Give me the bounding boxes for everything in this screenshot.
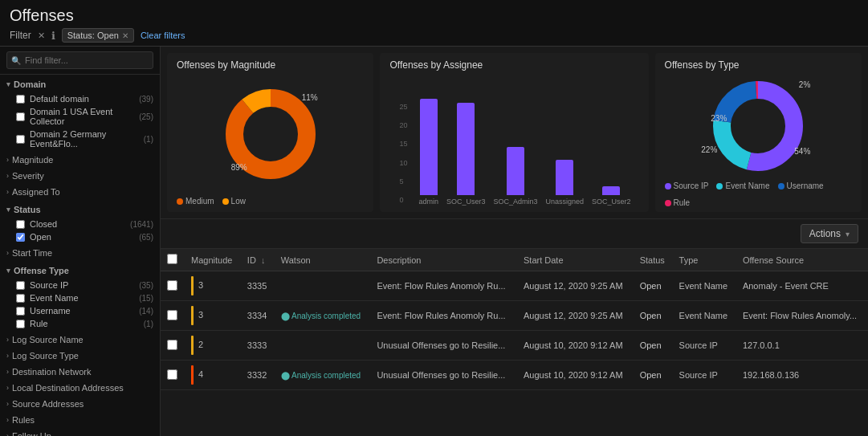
offenses-table: Magnitude ID ↓ Watson Description Start … — [161, 249, 868, 390]
section-label-status: Status — [14, 205, 41, 214]
filter-item-default-domain[interactable]: Default domain (39) — [0, 92, 160, 105]
actions-button[interactable]: Actions ▾ — [801, 224, 858, 243]
magnitude-label-11: 11% — [302, 93, 318, 102]
section-start-time[interactable]: ›Start Time — [0, 245, 160, 261]
select-all-checkbox[interactable] — [167, 254, 177, 264]
checkbox-rule[interactable] — [16, 320, 25, 328]
section-domain: ▾ Domain Default domain (39) Domain 1 US… — [0, 75, 160, 152]
actions-chevron-icon: ▾ — [846, 230, 850, 238]
chart-assignee-title: Offenses by Assignee — [389, 59, 638, 71]
y-label-10: 10 — [399, 159, 407, 167]
row-checkbox-4[interactable] — [167, 369, 177, 380]
bar-label-soc-user2: SOC_User2 — [592, 198, 631, 206]
y-label-15: 15 — [399, 140, 407, 148]
donut-type-wrapper: 2% 22% 23% 54% — [706, 74, 810, 178]
magnitude-bar-3 — [191, 336, 194, 355]
th-status: Status — [634, 249, 673, 271]
checkbox-username[interactable] — [16, 307, 25, 316]
filter-item-closed[interactable]: Closed (1641) — [0, 218, 160, 230]
checkbox-source-ip[interactable] — [16, 281, 25, 290]
chevron-severity: › — [6, 172, 9, 180]
th-checkbox — [161, 249, 185, 271]
section-log-source-name[interactable]: ›Log Source Name — [0, 332, 160, 348]
chevron-assigned-to: › — [6, 188, 9, 196]
count-default-domain: (39) — [139, 95, 153, 104]
td-id-3: 3333 — [241, 331, 275, 361]
filter-item-event-name[interactable]: Event Name (15) — [0, 291, 160, 304]
section-header-status[interactable]: ▾ Status — [0, 202, 160, 218]
checkbox-default-domain[interactable] — [16, 95, 25, 104]
label-domain1: Domain 1 USA Event Collector — [30, 107, 134, 126]
section-rules[interactable]: ›Rules — [0, 412, 160, 428]
filter-item-open[interactable]: Open (65) — [0, 230, 160, 243]
count-rule: (1) — [144, 320, 153, 328]
section-destination-network[interactable]: ›Destination Network — [0, 364, 160, 380]
filter-remove-icon[interactable]: ✕ — [38, 31, 45, 41]
search-input[interactable] — [6, 51, 153, 69]
header: Offenses Filter ✕ ℹ Status: Open ✕ Clear… — [0, 0, 868, 47]
checkbox-closed[interactable] — [16, 220, 25, 229]
watson-badge-2: ⬤ Analysis completed — [281, 312, 361, 320]
chart-type-title: Offenses by Type — [665, 59, 852, 71]
checkbox-event-name[interactable] — [16, 294, 25, 303]
legend-source-ip: Source IP — [665, 181, 709, 190]
chevron-start-time: › — [6, 249, 9, 257]
table-row[interactable]: 3 3334 ⬤ Analysis completed Event: Flow … — [161, 301, 868, 331]
filter-item-domain1[interactable]: Domain 1 USA Event Collector (25) — [0, 105, 160, 128]
section-magnitude[interactable]: ›Magnitude — [0, 152, 160, 168]
legend-rule: Rule — [665, 198, 691, 207]
bar-label-soc-admin3: SOC_Admin3 — [493, 198, 537, 206]
magnitude-bar-2 — [191, 306, 194, 325]
clear-filters-link[interactable]: Clear filters — [141, 31, 185, 40]
checkbox-open[interactable] — [16, 233, 25, 242]
checkbox-domain1[interactable] — [16, 112, 25, 121]
label-domain2: Domain 2 Germany Event&Flo... — [30, 129, 139, 149]
chart-assignee: Offenses by Assignee 0 5 10 15 20 25 adm… — [380, 53, 648, 212]
row-checkbox-2[interactable] — [167, 310, 177, 320]
chart-type: Offenses by Type 2% 22% — [655, 53, 862, 212]
section-assigned-to[interactable]: ›Assigned To — [0, 184, 160, 200]
th-watson: Watson — [275, 249, 371, 271]
filter-item-source-ip[interactable]: Source IP (35) — [0, 279, 160, 291]
row-checkbox-3[interactable] — [167, 340, 177, 350]
section-severity[interactable]: ›Severity — [0, 168, 160, 184]
checkbox-domain2[interactable] — [16, 135, 25, 144]
section-log-source-type[interactable]: ›Log Source Type — [0, 348, 160, 364]
legend-dot-source-ip — [665, 183, 671, 189]
donut-magnitude-wrapper: 89% 11% — [218, 82, 323, 186]
label-source-ip: Source IP — [30, 280, 134, 290]
td-status-3: Open — [634, 331, 673, 361]
filter-tag-close[interactable]: ✕ — [122, 31, 128, 40]
td-start-date-1: August 12, 2020 9:25 AM — [517, 271, 634, 301]
legend-dot-event-name — [716, 183, 723, 189]
section-header-domain[interactable]: ▾ Domain — [0, 76, 160, 92]
filter-item-rule[interactable]: Rule (1) — [0, 317, 160, 330]
th-id[interactable]: ID ↓ — [241, 249, 275, 271]
row-checkbox-1[interactable] — [167, 280, 177, 291]
section-follow-up[interactable]: ›Follow Up — [0, 428, 160, 436]
table-row[interactable]: 2 3333 Unusual Offenses go to Resilie...… — [161, 331, 868, 361]
section-header-offense-type[interactable]: ▾ Offense Type — [0, 263, 160, 279]
filter-item-domain2[interactable]: Domain 2 Germany Event&Flo... (1) — [0, 128, 160, 150]
table-row[interactable]: 3 3335 Event: Flow Rules Anomoly Ru... A… — [161, 271, 868, 301]
bar-soc-admin3: SOC_Admin3 — [493, 147, 537, 206]
page-title: Offenses — [10, 6, 858, 25]
chevron-offense-type: ▾ — [6, 267, 10, 275]
chevron-log-source-type: › — [6, 352, 9, 360]
td-checkbox-4 — [161, 361, 185, 390]
legend-dot-medium — [177, 198, 183, 205]
info-icon[interactable]: ℹ — [51, 30, 55, 42]
chart-magnitude-title: Offenses by Magnitude — [177, 59, 364, 71]
filter-item-username[interactable]: Username (14) — [0, 304, 160, 317]
y-label-0: 0 — [399, 196, 407, 204]
section-local-dest-addr[interactable]: ›Local Destination Addresses — [0, 380, 160, 396]
y-label-5: 5 — [399, 177, 407, 185]
section-source-addresses[interactable]: ›Source Addresses — [0, 396, 160, 412]
count-closed: (1641) — [130, 220, 153, 229]
td-status-4: Open — [634, 361, 673, 390]
filter-status-tag[interactable]: Status: Open ✕ — [62, 28, 134, 43]
table-row[interactable]: 4 3332 ⬤ Analysis completed Unusual Offe… — [161, 361, 868, 390]
chevron-source-addresses: › — [6, 400, 9, 408]
legend-low: Low — [222, 197, 246, 206]
td-offense-source-3: 127.0.0.1 — [736, 331, 868, 361]
